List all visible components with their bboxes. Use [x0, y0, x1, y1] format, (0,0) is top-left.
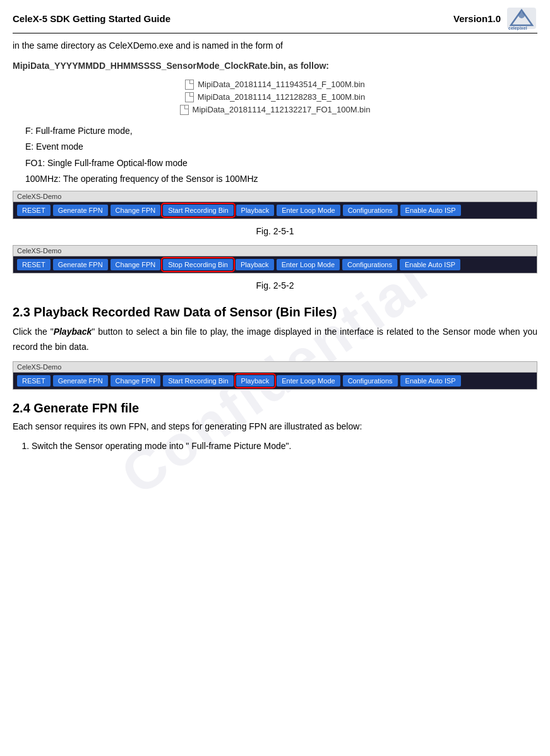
enter-loop-mode-button-2[interactable]: Enter Loop Mode	[277, 259, 340, 270]
reset-button-3[interactable]: RESET	[17, 375, 51, 387]
file-name: MipiData_20181114_111943514_F_100M.bin	[198, 80, 365, 89]
playback-button-1[interactable]: Playback	[236, 205, 275, 216]
section-23-heading: 2.3 Playback Recorded Raw Data of Sensor…	[13, 305, 537, 320]
file-icon	[180, 105, 189, 115]
change-fpn-button-1[interactable]: Change FPN	[111, 205, 161, 216]
configurations-button-3[interactable]: Configurations	[343, 375, 398, 387]
demo-window-3: CeleXS-Demo RESET Generate FPN Change FP…	[13, 361, 537, 390]
company-logo: celepixel	[506, 6, 537, 30]
demo-window-1: CeleXS-Demo RESET Generate FPN Change FP…	[13, 191, 537, 219]
demo-window-2: CeleXS-Demo RESET Generate FPN Change FP…	[13, 245, 537, 273]
note-f: F: Full-frame Picture mode,	[25, 124, 537, 138]
demo-toolbar-2: RESET Generate FPN Change FPN Stop Recor…	[13, 256, 537, 273]
intro-line1: in the same directory as CeleXDemo.exe a…	[13, 39, 537, 52]
fig-label-1: Fig. 2-5-1	[13, 224, 537, 238]
svg-point-2	[518, 12, 525, 18]
step-1: Switch the Sensor operating mode into " …	[32, 441, 537, 451]
doc-title: CeleX-5 SDK Getting Started Guide	[13, 13, 170, 24]
demo-toolbar-1: RESET Generate FPN Change FPN Start Reco…	[13, 202, 537, 219]
enable-auto-isp-button-2[interactable]: Enable Auto ISP	[400, 259, 460, 270]
notes-section: F: Full-frame Picture mode, E: Event mod…	[25, 124, 537, 186]
demo-titlebar-2: CeleXS-Demo	[13, 246, 537, 256]
configurations-button-1[interactable]: Configurations	[343, 205, 398, 216]
playback-button-2[interactable]: Playback	[236, 259, 274, 270]
page-header: CeleX-5 SDK Getting Started Guide Versio…	[13, 6, 537, 33]
filename-format: MipiData_YYYYMMDD_HHMMSSSS_SensorMode_Cl…	[13, 59, 537, 73]
reset-button-1[interactable]: RESET	[17, 205, 51, 216]
reset-button-2[interactable]: RESET	[17, 259, 51, 270]
svg-text:celepixel: celepixel	[508, 26, 527, 30]
fig-label-2: Fig. 2-5-2	[13, 279, 537, 292]
list-item: MipiData_20181114_111943514_F_100M.bin	[185, 80, 365, 90]
change-fpn-button-2[interactable]: Change FPN	[111, 259, 161, 270]
section-24-heading: 2.4 Generate FPN file	[13, 401, 537, 416]
configurations-button-2[interactable]: Configurations	[342, 259, 397, 270]
enter-loop-mode-button-3[interactable]: Enter Loop Mode	[277, 375, 340, 387]
start-recording-button-1[interactable]: Start Recording Bin	[163, 205, 233, 216]
enter-loop-mode-button-1[interactable]: Enter Loop Mode	[277, 205, 340, 216]
file-name: MipiData_20181114_112128283_E_100M.bin	[198, 92, 365, 102]
note-e: E: Event mode	[25, 140, 537, 153]
enable-auto-isp-button-3[interactable]: Enable Auto ISP	[400, 375, 461, 387]
section-23-body: Click the "Playback" button to select a …	[13, 325, 537, 355]
list-item: MipiData_20181114_112132217_FO1_100M.bin	[180, 105, 371, 115]
demo-titlebar-1: CeleXS-Demo	[13, 191, 537, 202]
file-icon	[185, 80, 194, 90]
section-24-body1: Each sensor requires its own FPN, and st…	[13, 419, 537, 435]
change-fpn-button-3[interactable]: Change FPN	[111, 375, 161, 387]
stop-recording-button-2[interactable]: Stop Recording Bin	[163, 259, 233, 270]
file-icon	[185, 92, 194, 102]
start-recording-button-3[interactable]: Start Recording Bin	[163, 375, 233, 387]
generate-fpn-button-1[interactable]: Generate FPN	[53, 205, 108, 216]
doc-version: Version1.0	[453, 13, 501, 24]
generate-fpn-button-3[interactable]: Generate FPN	[53, 375, 108, 387]
note-100mhz: 100MHz: The operating frequency of the S…	[25, 172, 537, 186]
demo-toolbar-3: RESET Generate FPN Change FPN Start Reco…	[13, 373, 537, 389]
playback-button-3[interactable]: Playback	[236, 375, 275, 387]
note-fo1: FO1: Single Full-frame Optical-flow mode	[25, 156, 537, 170]
list-item: MipiData_20181114_112128283_E_100M.bin	[185, 92, 365, 102]
file-list: MipiData_20181114_111943514_F_100M.bin M…	[13, 80, 537, 115]
steps-list: Switch the Sensor operating mode into " …	[32, 441, 537, 451]
generate-fpn-button-2[interactable]: Generate FPN	[53, 259, 108, 270]
file-name: MipiData_20181114_112132217_FO1_100M.bin	[193, 105, 371, 114]
enable-auto-isp-button-1[interactable]: Enable Auto ISP	[400, 205, 461, 216]
demo-titlebar-3: CeleXS-Demo	[13, 362, 537, 373]
